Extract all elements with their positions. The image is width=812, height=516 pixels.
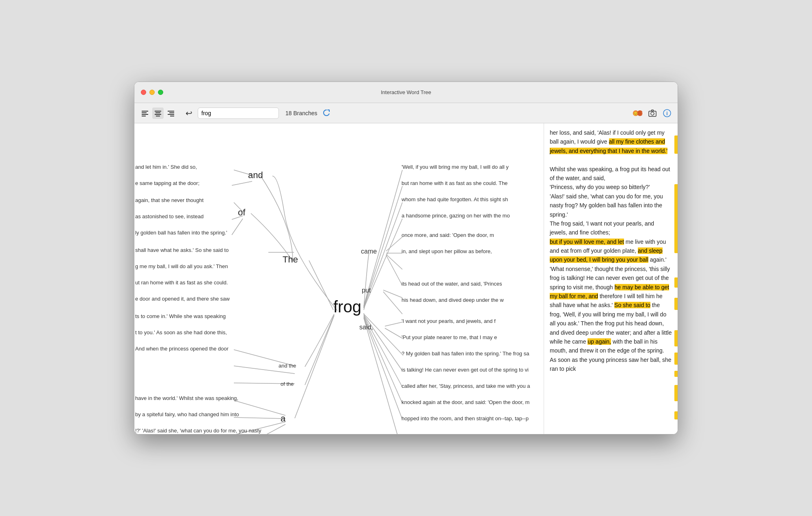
scrollbar-marker-3 bbox=[674, 277, 678, 288]
window-title: Interactive Word Tree bbox=[381, 89, 431, 95]
undo-button[interactable]: ↩ bbox=[183, 108, 194, 119]
svg-rect-1 bbox=[142, 112, 147, 113]
scrollbar-marker-1 bbox=[674, 135, 678, 154]
align-center-button[interactable] bbox=[152, 108, 164, 119]
svg-line-48 bbox=[364, 316, 402, 403]
maximize-button[interactable] bbox=[158, 90, 163, 95]
toolbar-right: 😊 i bbox=[632, 108, 673, 119]
svg-line-24 bbox=[309, 260, 333, 310]
minimize-button[interactable] bbox=[149, 90, 155, 95]
svg-line-21 bbox=[234, 202, 243, 212]
svg-line-27 bbox=[234, 366, 295, 374]
svg-line-33 bbox=[386, 237, 402, 251]
svg-line-47 bbox=[364, 316, 402, 387]
align-icons bbox=[139, 108, 177, 119]
search-input[interactable] bbox=[198, 108, 279, 119]
svg-line-28 bbox=[234, 383, 295, 384]
svg-line-35 bbox=[386, 254, 402, 269]
camera-icon[interactable] bbox=[647, 108, 658, 119]
svg-line-32 bbox=[234, 424, 285, 434]
profile-icon[interactable]: 😊 bbox=[632, 108, 644, 119]
svg-line-29 bbox=[234, 400, 285, 415]
svg-line-40 bbox=[385, 328, 402, 338]
main-content: frog and of The and the of the a came pu… bbox=[134, 123, 678, 434]
scrollbar-marker-9 bbox=[674, 411, 678, 419]
title-bar: Interactive Word Tree bbox=[134, 82, 678, 103]
svg-rect-2 bbox=[142, 114, 148, 115]
svg-line-44 bbox=[364, 219, 402, 308]
highlight-5: for me, and bbox=[569, 293, 598, 299]
svg-line-45 bbox=[364, 314, 402, 355]
svg-rect-10 bbox=[168, 114, 174, 115]
tree-canvas[interactable]: frog and of The and the of the a came pu… bbox=[134, 123, 544, 434]
svg-line-42 bbox=[364, 186, 402, 307]
svg-text:i: i bbox=[666, 111, 667, 116]
svg-line-36 bbox=[386, 255, 402, 286]
svg-text:😊: 😊 bbox=[633, 111, 638, 116]
svg-point-16 bbox=[651, 112, 654, 115]
close-button[interactable] bbox=[141, 90, 146, 95]
scrollbar-marker-2 bbox=[674, 184, 678, 253]
svg-line-20 bbox=[232, 181, 252, 185]
highlight-3: and sleep upon your bed, I will bring yo… bbox=[550, 247, 663, 263]
highlight-7: up again, bbox=[587, 338, 611, 345]
svg-line-38 bbox=[383, 292, 402, 314]
scrollbar-marker-7 bbox=[674, 371, 678, 377]
highlight-6: So she said to bbox=[614, 302, 650, 308]
svg-line-39 bbox=[385, 322, 402, 326]
svg-line-30 bbox=[234, 417, 285, 419]
svg-line-19 bbox=[234, 170, 252, 175]
svg-rect-6 bbox=[155, 114, 161, 115]
right-panel[interactable]: her loss, and said, 'Alas! if I could on… bbox=[544, 123, 678, 434]
svg-rect-9 bbox=[169, 112, 174, 113]
highlight-2: but if you will love me, and let bbox=[550, 239, 624, 245]
svg-line-37 bbox=[383, 290, 402, 298]
refresh-button[interactable] bbox=[321, 108, 332, 119]
align-left-button[interactable] bbox=[139, 108, 151, 119]
scrollbar-marker-5 bbox=[674, 330, 678, 346]
svg-rect-7 bbox=[156, 116, 160, 116]
svg-line-43 bbox=[364, 202, 402, 307]
toolbar: ↩ 18 Branches 😊 bbox=[134, 103, 678, 123]
svg-line-41 bbox=[364, 170, 402, 306]
svg-rect-4 bbox=[155, 111, 161, 112]
svg-rect-5 bbox=[155, 112, 160, 113]
traffic-lights bbox=[141, 90, 163, 95]
info-icon[interactable]: i bbox=[661, 108, 673, 119]
svg-line-22 bbox=[232, 216, 243, 219]
highlight-4: he may be able to get my ball bbox=[550, 284, 669, 299]
svg-rect-0 bbox=[142, 111, 148, 112]
svg-line-26 bbox=[234, 350, 295, 366]
highlight-1: all my fine clothes and jewels, and ever… bbox=[550, 138, 667, 154]
text-paragraph-2: Whilst she was speaking, a frog put its … bbox=[550, 165, 672, 374]
svg-rect-11 bbox=[170, 116, 174, 116]
svg-rect-8 bbox=[168, 111, 174, 112]
branches-label: 18 Branches bbox=[285, 110, 317, 116]
main-window: Interactive Word Tree ↩ 18 Branches bbox=[134, 82, 678, 434]
svg-line-23 bbox=[232, 219, 243, 235]
svg-point-13 bbox=[637, 110, 643, 116]
scrollbar-marker-4 bbox=[674, 298, 678, 310]
svg-line-49 bbox=[364, 317, 402, 419]
align-right-button[interactable] bbox=[165, 108, 177, 119]
text-paragraph-1: her loss, and said, 'Alas! if I could on… bbox=[550, 128, 672, 155]
svg-line-31 bbox=[234, 422, 285, 434]
svg-rect-3 bbox=[142, 116, 146, 116]
scrollbar-marker-6 bbox=[674, 353, 678, 365]
scrollbar-marker-8 bbox=[674, 385, 678, 401]
